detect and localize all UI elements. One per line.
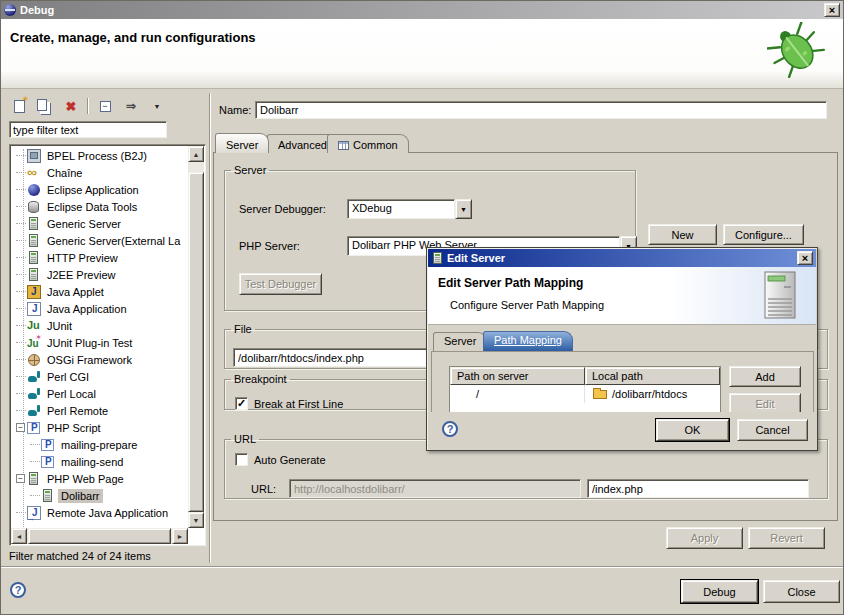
path-mapping-row[interactable]: //dolibarr/htdocs xyxy=(450,385,720,403)
duplicate-icon[interactable] xyxy=(35,97,55,115)
break-first-line-row: ✓ Break at First Line xyxy=(235,397,343,410)
tree-item-junit[interactable]: JUnit xyxy=(11,317,188,334)
path-mapping-panel: Path on server Local path //dolibarr/htd… xyxy=(431,351,814,414)
tree-horizontal-scrollbar[interactable]: ◄ ► xyxy=(11,528,188,544)
debug-button[interactable]: Debug xyxy=(681,580,758,603)
tree-item-remote-java-application[interactable]: Remote Java Application xyxy=(11,504,188,521)
tree-item-perl-local[interactable]: Perl Local xyxy=(11,385,188,402)
file-group-legend: File xyxy=(231,323,255,335)
tree-vertical-scrollbar[interactable]: ▲ ▼ xyxy=(188,146,204,528)
server-icon xyxy=(43,489,52,502)
tree-item-label: Remote Java Application xyxy=(44,506,171,520)
delete-icon[interactable]: ✖ xyxy=(61,97,81,115)
url-path-input[interactable] xyxy=(587,479,809,498)
vertical-scroll-thumb[interactable] xyxy=(188,172,204,512)
server-icon xyxy=(29,217,38,230)
panel-separator xyxy=(209,93,211,563)
tab-common[interactable]: Common xyxy=(327,134,409,153)
tree-item-php-script[interactable]: −PHP Script xyxy=(11,419,188,436)
close-button[interactable]: Close xyxy=(763,580,840,603)
dialog-tab-path-mapping-label: Path Mapping xyxy=(494,334,562,346)
tree-item-generic-server[interactable]: Generic Server xyxy=(11,215,188,232)
chain-icon xyxy=(27,166,41,180)
tab-server[interactable]: Server xyxy=(215,133,269,153)
server-icon xyxy=(433,252,442,264)
tree-item-generic-server-external-la[interactable]: Generic Server(External La xyxy=(11,232,188,249)
tree-item-eclipse-application[interactable]: Eclipse Application xyxy=(11,181,188,198)
tree-item-cha-ne[interactable]: Chaîne xyxy=(11,164,188,181)
tree-connector xyxy=(16,189,26,190)
url-label: URL: xyxy=(251,483,276,495)
tree-item-mailing-send[interactable]: mailing-send xyxy=(11,453,188,470)
tree-item-label: mailing-send xyxy=(58,455,126,469)
tree-connector xyxy=(16,410,26,411)
tree-item-eclipse-data-tools[interactable]: Eclipse Data Tools xyxy=(11,198,188,215)
tree-item-java-application[interactable]: Java Application xyxy=(11,300,188,317)
revert-button[interactable]: Revert xyxy=(748,527,825,549)
tree-connector xyxy=(16,172,26,173)
tree-item-j2ee-preview[interactable]: J2EE Preview xyxy=(11,266,188,283)
scroll-down-icon[interactable]: ▼ xyxy=(188,512,204,528)
tree-connector xyxy=(16,257,26,258)
dialog-tab-server[interactable]: Server xyxy=(433,332,487,351)
scroll-right-icon[interactable]: ► xyxy=(172,528,188,544)
dialog-help-icon[interactable]: ? xyxy=(442,421,458,437)
tree-item-bpel-process-b2j-[interactable]: BPEL Process (B2J) xyxy=(11,147,188,164)
rjava-icon xyxy=(27,506,41,520)
tree-item-osgi-framework[interactable]: OSGi Framework xyxy=(11,351,188,368)
server-icon xyxy=(29,472,38,485)
test-debugger-button[interactable]: Test Debugger xyxy=(239,273,322,295)
collapse-expander-icon[interactable]: − xyxy=(16,423,25,432)
name-input[interactable] xyxy=(255,101,827,119)
perl-icon xyxy=(27,404,41,418)
perl-icon xyxy=(27,370,41,384)
break-first-line-checkbox[interactable]: ✓ xyxy=(235,397,248,410)
scroll-up-icon[interactable]: ▲ xyxy=(188,146,204,162)
server-debugger-combo[interactable]: XDebug ▼ xyxy=(347,199,472,219)
php-icon xyxy=(27,422,40,434)
edit-button[interactable]: Edit xyxy=(729,393,801,414)
tree-item-java-applet[interactable]: Java Applet xyxy=(11,283,188,300)
bug-icon xyxy=(767,22,825,78)
help-icon[interactable]: ? xyxy=(10,582,26,598)
tree-connector xyxy=(16,206,26,207)
collapse-all-icon[interactable]: − xyxy=(95,97,115,115)
tree-connector xyxy=(16,359,26,360)
eclipse-icon xyxy=(4,4,16,16)
url-base-input xyxy=(289,479,581,498)
php-icon xyxy=(41,439,54,451)
new-configuration-icon[interactable]: ✶ xyxy=(9,97,29,115)
dropdown-caret-icon[interactable]: ▼ xyxy=(147,97,167,115)
tree-item-dolibarr[interactable]: Dolibarr xyxy=(11,487,188,504)
dialog-tab-path-mapping[interactable]: Path Mapping xyxy=(483,331,573,351)
tree-item-junit-plug-in-test[interactable]: JUnit Plug-in Test xyxy=(11,334,188,351)
new-server-button[interactable]: New xyxy=(648,224,717,245)
collapse-expander-icon[interactable]: − xyxy=(16,474,25,483)
tree-item-perl-cgi[interactable]: Perl CGI xyxy=(11,368,188,385)
table-icon xyxy=(338,141,349,150)
folder-icon xyxy=(593,390,607,399)
scroll-left-icon[interactable]: ◄ xyxy=(11,528,27,544)
tree-item-php-web-page[interactable]: −PHP Web Page xyxy=(11,470,188,487)
cancel-button[interactable]: Cancel xyxy=(737,419,808,441)
filter-icon[interactable]: ⇒ xyxy=(121,97,141,115)
auto-generate-checkbox[interactable] xyxy=(235,453,248,466)
column-path-on-server[interactable]: Path on server xyxy=(450,367,585,385)
server-image xyxy=(764,271,800,321)
tree-item-http-preview[interactable]: HTTP Preview xyxy=(11,249,188,266)
filter-input[interactable] xyxy=(9,121,167,138)
ok-button[interactable]: OK xyxy=(656,419,729,441)
configure-button[interactable]: Configure... xyxy=(723,224,804,245)
tree-item-perl-remote[interactable]: Perl Remote xyxy=(11,402,188,419)
column-local-path[interactable]: Local path xyxy=(585,367,720,385)
dialog-header: Edit Server Path Mapping Configure Serve… xyxy=(428,267,816,325)
horizontal-scroll-thumb[interactable] xyxy=(28,528,171,544)
add-button[interactable]: Add xyxy=(729,366,801,387)
tab-server-label: Server xyxy=(226,139,258,151)
window-close-button[interactable]: × xyxy=(824,3,840,17)
tree-item-mailing-prepare[interactable]: mailing-prepare xyxy=(11,436,188,453)
dialog-close-button[interactable]: × xyxy=(797,251,813,265)
apply-button[interactable]: Apply xyxy=(666,527,743,549)
chevron-down-icon[interactable]: ▼ xyxy=(455,199,472,219)
tree-connector xyxy=(16,376,26,377)
